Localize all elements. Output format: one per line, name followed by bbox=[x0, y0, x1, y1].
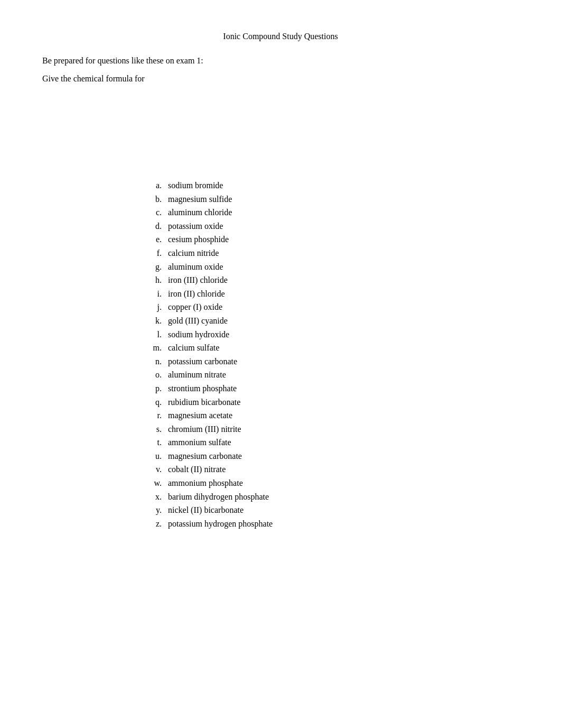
page-title: Ionic Compound Study Questions bbox=[42, 32, 519, 41]
list-item: aluminum nitrate bbox=[164, 368, 519, 382]
list-item: ammonium phosphate bbox=[164, 476, 519, 490]
list-item: potassium carbonate bbox=[164, 355, 519, 368]
list-item: sodium hydroxide bbox=[164, 328, 519, 342]
list-item: potassium oxide bbox=[164, 219, 519, 233]
list-item: magnesium carbonate bbox=[164, 449, 519, 463]
list-item: ammonium sulfate bbox=[164, 436, 519, 449]
list-item: aluminum oxide bbox=[164, 260, 519, 274]
list-item: nickel (II) bicarbonate bbox=[164, 503, 519, 517]
list-item: calcium nitride bbox=[164, 246, 519, 260]
instructions-line: Give the chemical formula for bbox=[42, 74, 519, 84]
list-container: sodium bromidemagnesium sulfidealuminum … bbox=[148, 179, 519, 530]
list-item: iron (III) chloride bbox=[164, 273, 519, 287]
list-item: sodium bromide bbox=[164, 179, 519, 192]
list-item: magnesium sulfide bbox=[164, 192, 519, 206]
list-item: aluminum chloride bbox=[164, 206, 519, 219]
list-item: copper (I) oxide bbox=[164, 300, 519, 314]
list-item: chromium (III) nitrite bbox=[164, 422, 519, 436]
list-item: cobalt (II) nitrate bbox=[164, 463, 519, 476]
list-item: rubidium bicarbonate bbox=[164, 395, 519, 409]
list-item: cesium phosphide bbox=[164, 233, 519, 246]
list-item: barium dihydrogen phosphate bbox=[164, 490, 519, 504]
list-item: strontium phosphate bbox=[164, 382, 519, 395]
list-item: potassium hydrogen phosphate bbox=[164, 517, 519, 531]
list-item: calcium sulfate bbox=[164, 341, 519, 355]
list-item: iron (II) chloride bbox=[164, 287, 519, 301]
list-item: gold (III) cyanide bbox=[164, 314, 519, 328]
list-item: magnesium acetate bbox=[164, 409, 519, 422]
intro-line: Be prepared for questions like these on … bbox=[42, 56, 519, 66]
